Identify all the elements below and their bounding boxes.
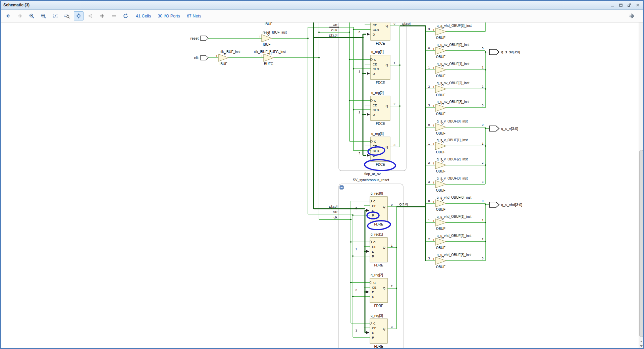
output-port-q_s_v[3:0][interactable]: q_s_v[3:0] [489,126,518,131]
bit-index: 1 [393,61,395,65]
cell-type: FDCE [376,163,385,166]
buffer-type-label: IBUF [263,43,271,46]
junction-dot [399,64,400,66]
regenerate-button[interactable] [121,11,130,20]
input-port-reset[interactable]: reset [191,36,208,41]
zoom-in-button[interactable] [27,11,37,20]
bit-index: 1 [359,70,360,73]
window-controls [609,2,641,8]
block-pin-label: D[3:0] [329,205,337,208]
junction-dot [362,73,364,74]
buffer-body[interactable] [264,54,274,61]
scroll-down-button[interactable] [639,344,643,348]
junction-dot [485,145,486,147]
buffer-body[interactable] [435,181,446,188]
zoom-out-button[interactable] [39,11,48,20]
scrollbar-thumb[interactable] [639,150,643,337]
cell-q_reg[3]-FDRE[interactable]: q_reg[3]FDRECCEDRQ [370,314,387,348]
junction-dot [425,164,426,166]
output-port-q_s_vhd[3:0][interactable]: q_s_vhd[3:0] [489,202,522,207]
io-ports-link[interactable]: 30 I/O Ports [158,14,180,18]
buffer-body[interactable] [435,66,446,73]
remove-button[interactable] [109,11,119,20]
minimize-button[interactable] [609,2,615,8]
pin-label: C [373,240,376,244]
pin-label: D [372,290,374,294]
bit-index: 0 [391,203,392,206]
junction-dot [425,184,426,185]
port-shape[interactable] [489,126,499,131]
vertical-scrollbar[interactable] [639,22,643,348]
port-label: reset [191,36,199,40]
schematic-canvas[interactable]: flop_ar_svARCLKD[3:0]SV_synchronous_rese… [1,22,643,348]
buffer-body[interactable] [435,200,446,207]
junction-dot [485,241,486,242]
buffer-body[interactable] [435,257,446,264]
buffer-body[interactable] [218,54,228,61]
pin-label: I [433,86,434,89]
autofit-selection-button[interactable] [74,11,84,20]
cell-q_reg[1]-FDRE[interactable]: q_reg[1]FDRECCEDRQ [370,233,387,267]
buffer-body[interactable] [435,219,446,226]
pin-label: O [441,217,444,220]
junction-dot [396,247,397,248]
cell-name: q_reg[3] [371,314,383,317]
junction-dot [425,203,426,204]
buffer-type-label: BUFG [264,62,273,66]
cell-q_reg[3]-FDCE[interactable]: q_reg[3]FDCECCECLRDQ [371,132,390,166]
schematic-svg[interactable]: flop_ar_svARCLKD[3:0]SV_synchronous_rese… [1,22,639,348]
junction-dot [425,31,426,32]
cell-type: FDRE [374,222,383,226]
junction-dot [350,241,352,243]
pin-label: I [260,35,260,38]
output-port-q_s_sv[3:0][interactable]: q_s_sv[3:0] [489,49,520,55]
titlebar[interactable]: Schematic (3) [1,1,643,10]
back-button[interactable] [3,11,13,20]
port-shape[interactable] [489,49,499,55]
buffer-body[interactable] [435,161,446,169]
nets-link[interactable]: 67 Nets [187,14,201,18]
pin-label: O [441,236,444,240]
junction-dot [362,37,364,38]
buffer-body[interactable] [435,47,446,54]
buffer-body[interactable] [435,238,446,245]
pin-label: O [441,64,444,68]
maximize-button[interactable] [618,2,624,8]
port-shape[interactable] [201,55,208,60]
add-button[interactable] [97,11,107,20]
buffer-body[interactable] [262,35,272,42]
pin-label: CLR [373,28,379,32]
port-shape[interactable] [489,202,499,207]
expand-cone-button[interactable] [86,11,95,20]
block-pin-label: AR [333,23,337,27]
bus-label: Q[3:0] [399,202,408,206]
port-shape[interactable] [201,36,208,41]
forward-button[interactable] [15,11,25,20]
cell-q_reg[2]-FDRE[interactable]: q_reg[2]FDRECCEDRQ [370,273,387,308]
pin-label: C [373,199,376,203]
cell-q_reg[2]-FDCE[interactable]: q_reg[2]FDCECCECLRDQ [371,91,390,126]
buffer-body[interactable] [435,85,446,93]
buffer-body[interactable] [435,28,446,35]
block-flop_ar_sv[interactable]: flop_ar_svARCLKD[3:0] [329,22,406,176]
close-button[interactable] [635,2,641,8]
buffer-body[interactable] [435,123,446,131]
pin-label: O [269,52,272,56]
junction-dot [485,204,486,205]
junction-dot [425,127,426,128]
cell-name: q_reg[1] [371,233,383,236]
cell-type: FDCE [376,81,385,85]
schematic-window: Schematic (3) 41 Cells30 I/O Ports67 Net… [0,0,644,349]
pin-label: D [373,72,375,76]
cells-link[interactable]: 41 Cells [136,14,151,18]
cell-q_reg[1]-FDCE[interactable]: q_reg[1]FDCECCECLRDQ [371,50,390,85]
float-button[interactable] [626,2,632,8]
buffer-body[interactable] [435,104,446,111]
zoom-fit-button[interactable] [50,11,60,20]
bit-index: 1 [391,244,392,247]
buffer-body[interactable] [435,142,446,150]
input-port-clk[interactable]: clk [194,55,208,60]
zoom-selection-button[interactable] [62,11,72,20]
settings-gear-icon[interactable] [627,11,637,20]
scroll-up-button[interactable] [639,339,643,344]
